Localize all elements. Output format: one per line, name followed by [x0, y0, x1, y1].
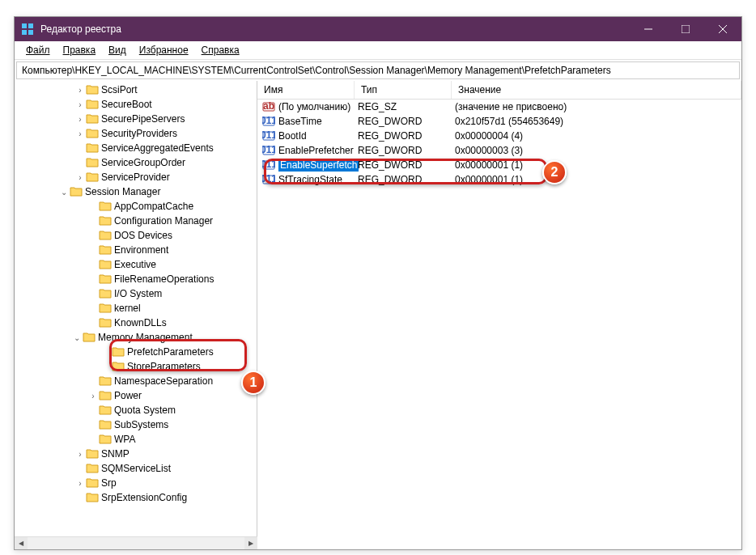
registry-value-row[interactable]: 011BootIdREG_DWORD0x00000004 (4)	[257, 129, 741, 143]
tree-item[interactable]: Configuration Manager	[84, 214, 257, 228]
tree-item[interactable]: ›ScsiPort	[71, 83, 257, 97]
tree-item[interactable]: SrpExtensionConfig	[71, 490, 257, 505]
folder-icon	[99, 288, 112, 299]
registry-value-row[interactable]: 011BaseTimeREG_DWORD0x210f57d1 (55465364…	[257, 114, 741, 129]
dword-value-icon: 011	[262, 173, 275, 186]
tree-item[interactable]: WPA	[84, 432, 257, 447]
tree-item[interactable]: ServiceAggregatedEvents	[71, 141, 257, 155]
chevron-down-icon[interactable]: ⌄	[58, 186, 70, 197]
registry-value-row[interactable]: 011SfTracingStateREG_DWORD0x00000001 (1)	[257, 172, 741, 187]
menu-favorites[interactable]: Избранное	[134, 43, 193, 57]
list-header: Имя Тип Значение	[257, 81, 741, 100]
maximize-icon	[682, 25, 690, 33]
tree-item[interactable]: kernel	[84, 301, 257, 316]
tree-item[interactable]: ›SecurityProviders	[71, 126, 257, 141]
tree-item[interactable]: PrefetchParameters	[97, 345, 257, 359]
window-controls	[630, 17, 741, 41]
tree-item[interactable]: Environment	[84, 243, 257, 257]
registry-value-row[interactable]: 011EnableSuperfetchREG_DWORD0x00000001 (…	[257, 158, 741, 172]
horizontal-scrollbar[interactable]: ◀ ▶	[15, 536, 257, 549]
folder-icon	[86, 113, 99, 125]
tree-item[interactable]: ›SecureBoot	[71, 97, 257, 112]
tree-item[interactable]: DOS Devices	[84, 228, 257, 243]
folder-icon	[99, 201, 112, 212]
minimize-button[interactable]	[630, 17, 667, 41]
registry-value-row[interactable]: 011EnablePrefetcherREG_DWORD0x00000003 (…	[257, 143, 741, 158]
tree-item[interactable]: Quota System	[84, 403, 257, 417]
tree-item[interactable]: SubSystems	[84, 417, 257, 432]
tree-item[interactable]: StoreParameters	[97, 359, 257, 374]
menubar: Файл Правка Вид Избранное Справка	[15, 41, 741, 60]
tree-item-memory-management[interactable]: ⌄ Memory Management	[15, 330, 257, 345]
scroll-track[interactable]	[28, 537, 244, 549]
tree-item[interactable]: ›Power	[84, 388, 257, 403]
folder-icon	[86, 172, 99, 183]
svg-text:011: 011	[262, 115, 275, 126]
scroll-right-button[interactable]: ▶	[244, 537, 257, 549]
values-pane[interactable]: Имя Тип Значение ab(По умолчанию)REG_SZ(…	[257, 81, 741, 549]
chevron-right-icon[interactable]: ›	[74, 172, 86, 183]
column-value[interactable]: Значение	[452, 81, 741, 99]
dword-value-icon: 011	[262, 129, 275, 142]
tree-item[interactable]: ›SecurePipeServers	[71, 112, 257, 126]
folder-icon	[86, 84, 99, 95]
tree-item[interactable]: ›Srp	[71, 476, 257, 490]
chevron-right-icon[interactable]: ›	[74, 99, 86, 110]
tree-item[interactable]: ServiceGroupOrder	[71, 155, 257, 170]
minimize-icon	[644, 25, 652, 33]
svg-text:011: 011	[262, 173, 275, 184]
folder-icon	[99, 230, 112, 241]
folder-icon	[83, 332, 96, 343]
close-button[interactable]	[704, 17, 741, 41]
column-type[interactable]: Тип	[355, 81, 452, 99]
tree-item[interactable]: I/O System	[84, 286, 257, 301]
folder-icon	[99, 259, 112, 270]
chevron-right-icon[interactable]: ›	[74, 84, 86, 95]
menu-view[interactable]: Вид	[104, 43, 131, 57]
tree-pane[interactable]: ›ScsiPort›SecureBoot›SecurePipeServers›S…	[15, 81, 257, 549]
chevron-right-icon[interactable]: ›	[74, 128, 86, 139]
dword-value-icon: 011	[262, 144, 275, 157]
tree-item[interactable]: SQMServiceList	[71, 461, 257, 476]
folder-icon	[99, 273, 112, 285]
folder-icon	[86, 492, 99, 503]
maximize-button[interactable]	[667, 17, 704, 41]
chevron-right-icon[interactable]: ›	[74, 113, 86, 125]
tree-item[interactable]: FileRenameOperations	[84, 272, 257, 286]
tree-item-session-manager[interactable]: ⌄ Session Manager	[15, 184, 257, 199]
folder-icon	[112, 361, 125, 372]
menu-help[interactable]: Справка	[197, 43, 244, 57]
address-bar[interactable]: Компьютер\HKEY_LOCAL_MACHINE\SYSTEM\Curr…	[16, 61, 740, 79]
column-name[interactable]: Имя	[257, 81, 355, 99]
tree-item[interactable]: NamespaceSeparation	[84, 374, 257, 388]
titlebar[interactable]: Редактор реестра	[15, 17, 741, 41]
svg-text:011: 011	[262, 144, 275, 155]
folder-icon	[99, 375, 112, 387]
folder-icon	[99, 303, 112, 314]
chevron-down-icon[interactable]: ⌄	[71, 332, 83, 343]
close-icon	[719, 25, 727, 33]
menu-file[interactable]: Файл	[21, 43, 55, 57]
chevron-right-icon[interactable]: ›	[74, 477, 86, 489]
folder-icon	[99, 419, 112, 430]
folder-icon	[86, 142, 99, 154]
scroll-left-button[interactable]: ◀	[15, 537, 28, 549]
chevron-right-icon[interactable]: ›	[87, 390, 99, 401]
chevron-right-icon[interactable]: ›	[74, 448, 86, 460]
tree-item[interactable]: KnownDLLs	[84, 316, 257, 330]
svg-text:011: 011	[262, 159, 275, 170]
svg-rect-2	[22, 30, 27, 35]
tree-item[interactable]: AppCompatCache	[84, 199, 257, 214]
folder-icon	[86, 463, 99, 474]
string-value-icon: ab	[262, 100, 275, 113]
dword-value-icon: 011	[262, 115, 275, 128]
tree-item[interactable]: ›ServiceProvider	[71, 170, 257, 184]
tree-item[interactable]: ›SNMP	[71, 447, 257, 461]
svg-rect-1	[28, 23, 33, 28]
menu-edit[interactable]: Правка	[58, 43, 101, 57]
tree-item[interactable]: Executive	[84, 257, 257, 272]
registry-value-row[interactable]: ab(По умолчанию)REG_SZ(значение не присв…	[257, 100, 741, 114]
dword-value-icon: 011	[262, 159, 275, 172]
folder-icon	[112, 346, 125, 358]
svg-text:ab: ab	[263, 100, 274, 112]
